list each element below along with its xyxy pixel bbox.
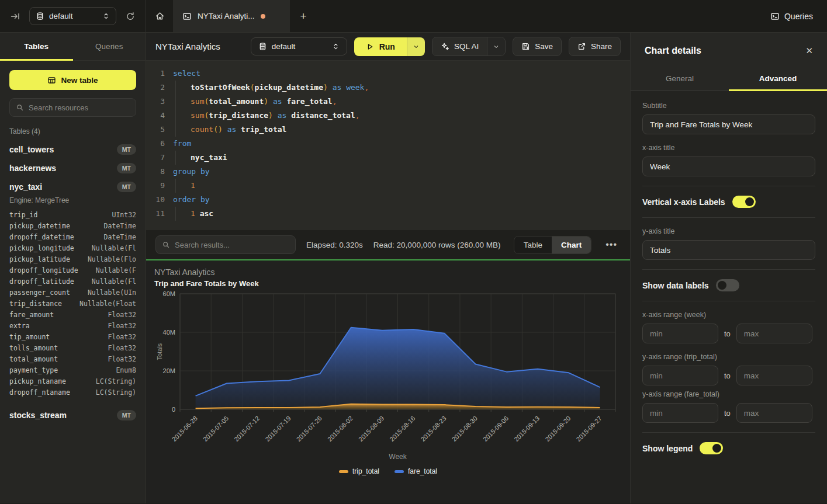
- column-type: Nullable(F: [96, 266, 136, 274]
- column-type: LC(String): [96, 388, 136, 397]
- svg-text:60M: 60M: [163, 290, 175, 297]
- y-range-fare-max-input[interactable]: [736, 403, 812, 423]
- x-axis-title-input[interactable]: [642, 157, 815, 176]
- query-database-selector[interactable]: default: [251, 37, 347, 55]
- results-menu-button[interactable]: •••: [602, 237, 621, 252]
- save-button[interactable]: Save: [513, 37, 562, 56]
- panel-tab-general[interactable]: General: [631, 67, 729, 91]
- vertical-labels-row: Vertical x-axis Labels: [642, 196, 815, 208]
- line-number: 3: [146, 95, 165, 109]
- x-range-max-input[interactable]: [736, 324, 812, 343]
- view-toggle-table[interactable]: Table: [514, 237, 552, 253]
- line-number: 6: [146, 137, 165, 151]
- engine-badge: MT: [117, 182, 136, 192]
- sidebar-tab-tables[interactable]: Tables: [0, 33, 73, 60]
- y-axis-title-field: y-axis title: [642, 227, 815, 260]
- legend-item-fare_total[interactable]: fare_total: [395, 467, 437, 475]
- svg-text:2015-08-09: 2015-08-09: [357, 415, 385, 443]
- elapsed-stat: Elapsed: 0.320s: [306, 241, 363, 249]
- svg-text:2015-08-02: 2015-08-02: [326, 415, 354, 443]
- code-line: 7nyc_taxi: [146, 151, 630, 165]
- run-button[interactable]: Run: [354, 37, 407, 56]
- queries-button[interactable]: Queries: [770, 0, 813, 32]
- y-range-trip-label: y-axis range (trip_total): [642, 353, 815, 361]
- new-tab-button[interactable]: +: [290, 0, 317, 32]
- panel-tab-advanced[interactable]: Advanced: [729, 67, 827, 91]
- y-range-trip-min-input[interactable]: [642, 366, 718, 385]
- svg-text:2015-08-30: 2015-08-30: [451, 415, 479, 443]
- tab-nytaxi-analytics[interactable]: NYTaxi Analyti...: [173, 0, 290, 32]
- table-row-stocks_stream[interactable]: stocks_streamMT: [0, 406, 146, 425]
- tables-section: Tables (4) cell_towersMThackernewsMTnyc_…: [0, 117, 146, 425]
- y-range-trip-max-input[interactable]: [736, 366, 812, 385]
- sql-ai-button[interactable]: SQL AI: [432, 37, 487, 55]
- show-legend-toggle[interactable]: [700, 442, 723, 454]
- x-range-min-input[interactable]: [642, 324, 718, 343]
- chevron-down-icon: [493, 43, 500, 50]
- column-name: fare_amount: [9, 311, 54, 319]
- line-number: 4: [146, 109, 165, 123]
- results-search-input[interactable]: [175, 241, 289, 249]
- run-button-group: Run: [354, 37, 425, 56]
- svg-text:2015-09-27: 2015-09-27: [575, 415, 603, 443]
- svg-text:2015-07-05: 2015-07-05: [202, 415, 230, 443]
- column-row: dropoff_ntanameLC(String): [0, 387, 146, 398]
- line-number: 8: [146, 165, 165, 179]
- column-name: tip_amount: [9, 333, 50, 341]
- line-number: 10: [146, 193, 165, 207]
- chart-title: NYTaxi Analytics: [154, 267, 622, 277]
- indent-guide: [175, 151, 176, 165]
- column-row: tolls_amountFloat32: [0, 342, 146, 353]
- table-row-nyc_taxi[interactable]: nyc_taxiMT: [0, 178, 146, 196]
- save-icon: [521, 42, 530, 51]
- column-name: payment_type: [9, 366, 58, 374]
- view-toggle-chart[interactable]: Chart: [552, 237, 591, 253]
- code-line: 4sum(trip_distance) as distance_total,: [146, 109, 630, 123]
- subtitle-field: Subtitle: [642, 102, 815, 134]
- range-to-label: to: [724, 371, 731, 380]
- panel-title: Chart details: [645, 46, 701, 56]
- svg-text:2015-07-12: 2015-07-12: [233, 415, 261, 443]
- y-axis-title-input[interactable]: [642, 240, 815, 260]
- column-row: dropoff_datetimeDateTime: [0, 231, 146, 242]
- panel-header: Chart details ✕: [631, 33, 827, 67]
- run-options-button[interactable]: [407, 37, 425, 56]
- svg-text:2015-07-19: 2015-07-19: [264, 415, 292, 443]
- save-label: Save: [535, 42, 553, 51]
- database-selector-value: default: [49, 12, 98, 20]
- header-actions: default Run: [251, 37, 621, 56]
- toggle-knob: [745, 197, 754, 206]
- close-panel-button[interactable]: ✕: [805, 46, 813, 56]
- y-range-trip-field: y-axis range (trip_total) to: [642, 353, 815, 385]
- table-row-cell_towers[interactable]: cell_towersMT: [0, 140, 146, 159]
- column-row: total_amountFloat32: [0, 353, 146, 364]
- svg-text:Week: Week: [389, 453, 407, 461]
- sql-editor[interactable]: 1select2toStartOfWeek(pickup_datetime) a…: [146, 61, 630, 230]
- share-button[interactable]: Share: [569, 37, 621, 56]
- table-icon: [47, 76, 56, 85]
- code-line: 111 asc: [146, 207, 630, 221]
- column-type: Enum8: [116, 366, 136, 374]
- vertical-labels-toggle[interactable]: [732, 196, 756, 208]
- legend-label: trip_total: [352, 467, 379, 475]
- data-labels-toggle[interactable]: [716, 279, 739, 291]
- subtitle-input[interactable]: [642, 114, 815, 134]
- view-toggle: Table Chart: [514, 236, 592, 254]
- resource-search-input[interactable]: [29, 103, 130, 112]
- collapse-sidebar-icon: [11, 12, 20, 21]
- new-table-button[interactable]: New table: [9, 70, 136, 90]
- chevron-updown-icon: [332, 43, 340, 50]
- home-icon: [155, 11, 165, 21]
- chart-subtitle: Trip and Fare Totals by Week: [154, 279, 622, 288]
- column-type: Float32: [108, 355, 136, 363]
- table-row-hackernews[interactable]: hackernewsMT: [0, 159, 146, 178]
- refresh-button[interactable]: [123, 9, 137, 23]
- collapse-sidebar-button[interactable]: [8, 9, 22, 23]
- y-range-fare-min-input[interactable]: [642, 403, 718, 423]
- sidebar-tab-queries[interactable]: Queries: [73, 33, 146, 60]
- home-tab-button[interactable]: [146, 0, 173, 32]
- legend-item-trip_total[interactable]: trip_total: [339, 467, 379, 475]
- sql-ai-options-button[interactable]: [487, 37, 505, 55]
- database-selector[interactable]: default: [29, 7, 116, 25]
- column-type: DateTime: [104, 222, 136, 230]
